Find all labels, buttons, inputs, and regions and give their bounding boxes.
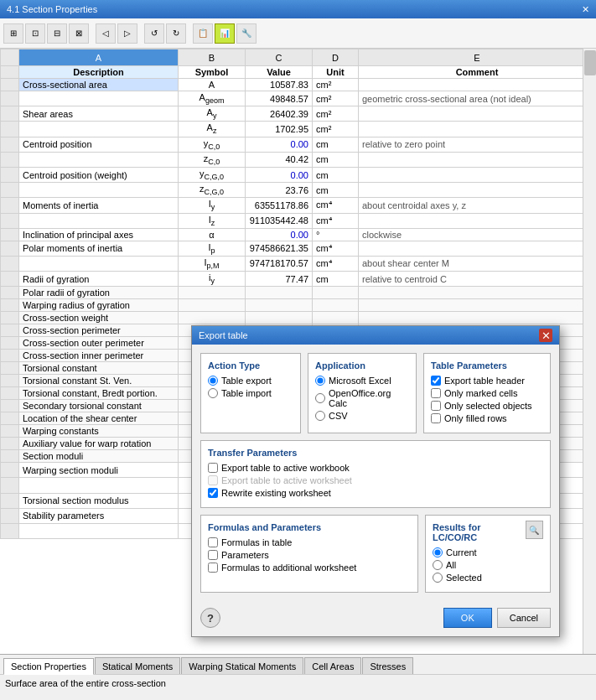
formulas-additional-option[interactable]: Formulas to additional worksheet <box>208 563 411 573</box>
table-row: zC,G,0 23.76 cm <box>1 183 596 198</box>
results-selected-radio[interactable] <box>433 573 443 583</box>
toolbar-btn-9[interactable]: 📋 <box>193 23 213 44</box>
tab-warping-statical-moments[interactable]: Warping Statical Moments <box>181 657 303 674</box>
toolbar-btn-8[interactable]: ↻ <box>166 23 186 44</box>
parameters-label: Parameters <box>221 550 269 560</box>
table-row: Iz 911035442.48 cm⁴ <box>1 213 596 228</box>
col-header-row <box>1 49 19 66</box>
subheader-a: Description <box>19 66 179 79</box>
table-row: Inclination of principal axes α 0.00 ° c… <box>1 228 596 241</box>
table-export-radio[interactable] <box>208 376 218 386</box>
results-current-option[interactable]: Current <box>433 547 543 557</box>
table-params-section: Table Parameters Export table header Onl… <box>423 353 551 433</box>
table-export-label: Table export <box>221 376 272 386</box>
only-marked-option[interactable]: Only marked cells <box>431 388 543 398</box>
col-header-c: C <box>246 49 313 66</box>
window-close-button[interactable]: ✕ <box>582 4 589 15</box>
table-row: zC,0 40.42 cm <box>1 152 596 167</box>
toolbar-btn-4[interactable]: ⊠ <box>69 23 89 44</box>
action-type-section: Action Type Table export Table import <box>200 353 301 433</box>
formulas-title: Formulas and Parameters <box>208 522 411 532</box>
formulas-in-table-checkbox[interactable] <box>208 537 218 547</box>
results-all-option[interactable]: All <box>433 560 543 570</box>
tab-statical-moments[interactable]: Statical Moments <box>95 657 180 674</box>
table-import-radio[interactable] <box>208 388 218 398</box>
results-search-button[interactable]: 🔍 <box>526 521 543 539</box>
table-import-label: Table import <box>221 388 272 398</box>
formulas-section: Formulas and Parameters Formulas in tabl… <box>200 515 418 593</box>
table-row: Radii of gyration iy 77.47 cm relative t… <box>1 272 596 287</box>
rewrite-worksheet-option[interactable]: Rewrite existing worksheet <box>208 488 543 498</box>
toolbar-btn-6[interactable]: ▷ <box>117 23 137 44</box>
export-to-worksheet-checkbox <box>208 475 218 485</box>
status-text: Surface area of the entire cross-section <box>5 678 166 688</box>
formulas-in-table-option[interactable]: Formulas in table <box>208 537 411 547</box>
results-selected-option[interactable]: Selected <box>433 573 543 583</box>
cancel-button[interactable]: Cancel <box>497 608 551 628</box>
openoffice-option[interactable]: OpenOffice.org Calc <box>315 388 409 408</box>
excel-radio[interactable] <box>315 376 325 386</box>
only-marked-checkbox[interactable] <box>431 388 441 398</box>
dialog-top-row: Action Type Table export Table import Ap… <box>200 353 551 433</box>
results-current-radio[interactable] <box>433 547 443 557</box>
dialog-bottom-row: Formulas and Parameters Formulas in tabl… <box>200 515 551 593</box>
rewrite-worksheet-label: Rewrite existing worksheet <box>221 488 331 498</box>
csv-option[interactable]: CSV <box>315 411 409 421</box>
results-all-radio[interactable] <box>433 560 443 570</box>
col-header-d: D <box>313 49 359 66</box>
toolbar-btn-2[interactable]: ⊡ <box>25 23 45 44</box>
status-bar: Surface area of the entire cross-section <box>0 674 596 691</box>
only-selected-checkbox[interactable] <box>431 401 441 411</box>
dialog-body: Action Type Table export Table import Ap… <box>192 345 559 601</box>
rewrite-worksheet-checkbox[interactable] <box>208 488 218 498</box>
ok-button[interactable]: OK <box>443 608 492 628</box>
table-row: Cross-sectional area A 10587.83 cm² <box>1 79 596 91</box>
scrollbar[interactable] <box>583 49 596 654</box>
only-selected-option[interactable]: Only selected objects <box>431 401 543 411</box>
toolbar-btn-7[interactable]: ↺ <box>144 23 164 44</box>
help-button[interactable]: ? <box>200 608 220 628</box>
subheader-b: Symbol <box>179 66 246 79</box>
dialog-close-button[interactable]: ✕ <box>539 329 552 342</box>
window-title: 4.1 Section Properties <box>7 4 97 14</box>
toolbar-btn-3[interactable]: ⊟ <box>47 23 67 44</box>
formulas-additional-checkbox[interactable] <box>208 563 218 573</box>
tab-cell-areas[interactable]: Cell Areas <box>304 657 361 674</box>
export-to-workbook-option[interactable]: Export table to active workbook <box>208 463 543 473</box>
export-header-label: Export table header <box>444 376 525 386</box>
formulas-in-table-label: Formulas in table <box>221 537 292 547</box>
excel-label: Microsoft Excel <box>329 376 391 386</box>
csv-label: CSV <box>329 411 348 421</box>
table-row: Centroid position yC,0 0.00 cm relative … <box>1 137 596 152</box>
tab-stresses[interactable]: Stresses <box>362 657 413 674</box>
csv-radio[interactable] <box>315 411 325 421</box>
only-filled-label: Only filled rows <box>444 413 507 423</box>
results-section: Results for LC/CO/RC 🔍 Current All Selec… <box>425 515 551 593</box>
toolbar-btn-5[interactable]: ◁ <box>96 23 116 44</box>
export-header-option[interactable]: Export table header <box>431 376 543 386</box>
export-to-workbook-checkbox[interactable] <box>208 463 218 473</box>
only-filled-option[interactable]: Only filled rows <box>431 413 543 423</box>
parameters-checkbox[interactable] <box>208 550 218 560</box>
subheader-row <box>1 66 19 79</box>
tab-section-properties[interactable]: Section Properties <box>3 658 94 675</box>
export-header-checkbox[interactable] <box>431 376 441 386</box>
transfer-params-section: Transfer Parameters Export table to acti… <box>200 440 551 508</box>
toolbar-btn-1[interactable]: ⊞ <box>3 23 23 44</box>
toolbar-btn-11[interactable]: 🔧 <box>236 23 257 44</box>
table-row: Moments of inertia Iy 63551178.86 cm⁴ ab… <box>1 198 596 213</box>
table-row: Polar radii of gyration <box>1 287 596 299</box>
table-import-option[interactable]: Table import <box>208 388 293 398</box>
subheader-e: Comment <box>359 66 596 79</box>
dialog-footer: ? OK Cancel <box>192 601 559 636</box>
subheader-d: Unit <box>313 66 359 79</box>
table-export-option[interactable]: Table export <box>208 376 293 386</box>
excel-option[interactable]: Microsoft Excel <box>315 376 409 386</box>
scrollbar-thumb[interactable] <box>584 50 596 75</box>
toolbar-btn-10[interactable]: 📊 <box>215 23 235 44</box>
formulas-additional-label: Formulas to additional worksheet <box>221 563 356 573</box>
parameters-option[interactable]: Parameters <box>208 550 411 560</box>
openoffice-radio[interactable] <box>315 393 325 403</box>
only-filled-checkbox[interactable] <box>431 413 441 423</box>
results-all-label: All <box>446 560 456 570</box>
